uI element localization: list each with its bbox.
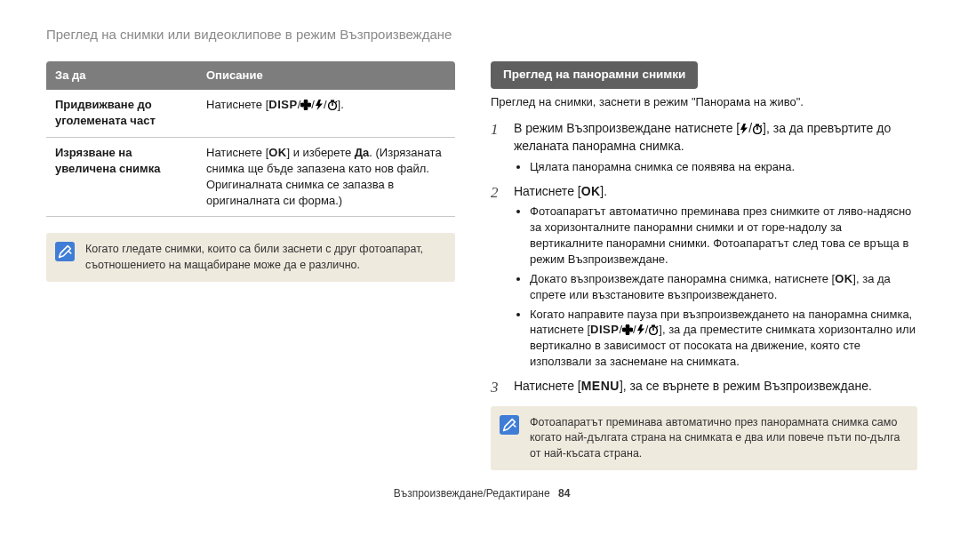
note-right: Фотоапаратът преминава автоматично през …: [491, 406, 917, 471]
th-action: За да: [46, 61, 197, 90]
panorama-intro: Преглед на снимки, заснети в режим "Пано…: [491, 94, 917, 110]
ok-glyph: OK: [581, 184, 601, 198]
note-left: Когато гледате снимки, които са били зас…: [46, 233, 455, 282]
step-3: 3 Натиснете [MENU], за се върнете в режи…: [491, 377, 917, 395]
note-left-text: Когато гледате снимки, които са били зас…: [85, 242, 443, 273]
flash-icon: [315, 100, 324, 110]
footer-text: Възпроизвеждане/Редактиране: [394, 487, 550, 500]
timer-icon: [327, 100, 338, 110]
step-2: 2 Натиснете [OK]. Фотоапаратът автоматич…: [491, 182, 917, 371]
th-desc: Описание: [197, 61, 455, 90]
timer-icon: [648, 324, 659, 335]
flash-icon: [740, 124, 748, 134]
step-1: 1 В режим Възпроизвеждане натиснете [/],…: [491, 119, 917, 175]
disp-glyph: DISP: [590, 323, 619, 336]
table-row: Изрязване на увеличена снимка Натиснете …: [46, 137, 455, 217]
row1-desc: Натиснете [DISP///].: [197, 90, 455, 137]
step2-bullet3: Когато направите пауза при възпроизвежда…: [530, 307, 917, 371]
note-pencil-icon: [55, 242, 75, 261]
row2-action: Изрязване на увеличена снимка: [46, 137, 197, 217]
ok-glyph: OK: [268, 146, 286, 159]
ok-glyph: OK: [835, 272, 852, 285]
disp-glyph: DISP: [268, 98, 297, 111]
note-pencil-icon: [500, 415, 519, 435]
step2-bullet2: Докато възпроизвеждате панорамна снимка,…: [530, 271, 917, 303]
step2-bullet1: Фотоапаратът автоматично преминава през …: [530, 204, 917, 268]
macro-icon: [300, 100, 311, 110]
page-section-title: Преглед на снимки или видеоклипове в реж…: [46, 25, 917, 44]
footer-page-number: 84: [558, 487, 570, 500]
table-row: Придвижване до уголемената част Натиснет…: [46, 90, 455, 137]
macro-icon: [622, 324, 633, 335]
panorama-title-badge: Преглед на панорамни снимки: [491, 61, 698, 89]
menu-glyph: MENU: [581, 379, 620, 393]
flash-icon: [636, 324, 645, 335]
step1-bullet1: Цялата панорамна снимка се появява на ек…: [530, 159, 917, 175]
action-table: За да Описание Придвижване до уголеменат…: [46, 61, 455, 217]
timer-icon: [752, 124, 763, 134]
note-right-text: Фотоапаратът преминава автоматично през …: [530, 415, 905, 462]
row1-action: Придвижване до уголемената част: [46, 90, 197, 137]
page-footer: Възпроизвеждане/Редактиране 84: [46, 486, 917, 501]
row2-desc: Натиснете [OK] и изберете Да. (Изрязанат…: [197, 137, 455, 217]
